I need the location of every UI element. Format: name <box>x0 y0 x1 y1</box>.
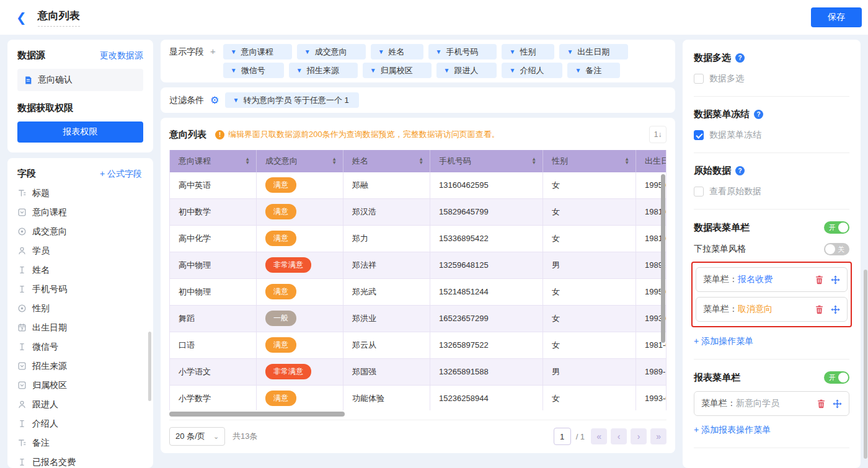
sort-carets-icon[interactable]: ▲▼ <box>245 157 250 165</box>
table-cell: 高中化学 <box>170 226 257 252</box>
trash-icon[interactable] <box>815 305 824 314</box>
chevron-down-icon: ▼ <box>575 67 581 74</box>
column-header[interactable]: 性别▲▼ <box>543 150 636 172</box>
total-count-label: 共13条 <box>232 431 257 442</box>
field-item[interactable]: 性别 <box>17 299 147 318</box>
gear-icon[interactable]: ⚙ <box>210 95 219 105</box>
intent-badge: 满意 <box>265 284 296 299</box>
field-item[interactable]: 成交意向 <box>17 222 147 241</box>
field-item[interactable]: 出生日期 <box>17 318 147 337</box>
menu-bar-item[interactable]: 菜单栏：报名收费 <box>696 267 848 292</box>
filter-condition-chip[interactable]: ▼ 转为意向学员 等于任意一个 1 <box>225 92 358 108</box>
field-item[interactable]: 微信号 <box>17 337 147 356</box>
table-vertical-scrollbar[interactable] <box>661 174 665 343</box>
table-row[interactable]: 高中物理非常满意郑法祥13259648125男1989-11 <box>170 252 666 279</box>
checkbox-unchecked[interactable] <box>694 74 704 84</box>
intent-badge: 一般 <box>265 311 296 326</box>
column-header[interactable]: 姓名▲▼ <box>343 150 430 172</box>
sort-carets-icon[interactable]: ▲▼ <box>624 157 629 165</box>
help-icon[interactable]: ? <box>735 53 745 63</box>
table-row[interactable]: 口语满意郑云从13265897522女1981-06 <box>170 332 666 359</box>
display-field-chip[interactable]: ▼招生来源 <box>289 63 358 78</box>
field-item[interactable]: 招生来源 <box>17 356 147 376</box>
field-item[interactable]: 已报名交费 <box>17 453 147 468</box>
table-row[interactable]: 小学数学满意功能体验15236258944女1993-08 <box>170 386 666 410</box>
current-page-input[interactable]: 1 <box>554 428 571 445</box>
table-cell: 女 <box>543 172 636 199</box>
column-header[interactable]: 手机号码▲▼ <box>430 150 543 172</box>
field-item[interactable]: 学员 <box>17 241 147 260</box>
field-item[interactable]: 跟进人 <box>17 395 147 414</box>
display-field-chip[interactable]: ▼跟进人 <box>436 63 497 78</box>
trash-icon[interactable] <box>817 399 826 408</box>
sort-order-icon[interactable]: 1↓ <box>649 126 666 143</box>
add-display-field-button[interactable]: + <box>210 46 216 78</box>
page-scrollbar[interactable] <box>864 270 867 459</box>
page-title[interactable]: 意向列表 <box>38 9 80 27</box>
table-menu-toggle-on[interactable]: 开 <box>824 221 849 234</box>
report-permission-button[interactable]: 报表权限 <box>17 121 143 143</box>
table-row[interactable]: 初中物理满意郑光武15214851244女1995-01 <box>170 279 666 306</box>
table-row[interactable]: 舞蹈一般郑洪业16523657299女1993-08 <box>170 306 666 332</box>
help-icon[interactable]: ? <box>735 166 745 175</box>
trash-icon[interactable] <box>815 275 824 285</box>
field-item[interactable]: 归属校区 <box>17 376 147 395</box>
display-field-chip[interactable]: ▼手机号码 <box>428 44 497 60</box>
sort-carets-icon[interactable]: ▲▼ <box>332 157 337 165</box>
last-page-button[interactable]: » <box>650 428 666 444</box>
sort-carets-icon[interactable]: ▲▼ <box>418 157 423 165</box>
add-formula-field-link[interactable]: + 公式字段 <box>100 169 142 180</box>
settings-panel: 数据多选 ? 数据多选 数据菜单冻结 ? 数据菜单冻结 原始数据 ? <box>683 40 861 468</box>
move-icon[interactable] <box>833 399 842 408</box>
field-item[interactable]: 介绍人 <box>17 414 147 433</box>
back-icon[interactable]: ❮ <box>16 11 27 24</box>
datasource-item[interactable]: 意向确认 <box>17 69 143 91</box>
horizontal-scrollbar-thumb[interactable] <box>169 412 345 417</box>
sort-carets-icon[interactable]: ▲▼ <box>531 157 536 165</box>
column-header[interactable]: 意向课程▲▼ <box>170 150 257 172</box>
raw-data-checkbox[interactable]: 查看原始数据 <box>694 186 849 197</box>
move-icon[interactable] <box>831 275 840 285</box>
column-header[interactable]: 出生日期▲▼ <box>636 150 666 172</box>
table-row[interactable]: 小学语文非常满意郑国强13265891588男1989-11 <box>170 359 666 386</box>
column-header[interactable]: 成交意向▲▼ <box>257 150 343 172</box>
display-field-chip[interactable]: ▼归属校区 <box>363 63 432 78</box>
multi-select-checkbox[interactable]: 数据多选 <box>694 73 849 84</box>
table-row[interactable]: 初中数学满意郑汉浩15829645799女1981-06 <box>170 199 666 226</box>
checkbox-checked[interactable] <box>694 130 704 140</box>
field-item[interactable]: 备注 <box>17 433 147 453</box>
checkbox-unchecked[interactable] <box>694 187 704 196</box>
table-cell: 15829645799 <box>430 199 543 226</box>
first-page-button[interactable]: « <box>591 428 607 444</box>
field-item[interactable]: 姓名 <box>17 260 147 280</box>
menu-bar-item[interactable]: 菜单栏：新意向学员 <box>694 391 849 416</box>
move-icon[interactable] <box>831 305 840 314</box>
display-field-chip[interactable]: ▼姓名 <box>371 44 423 60</box>
help-icon[interactable]: ? <box>754 110 763 119</box>
next-page-button[interactable]: › <box>631 428 647 444</box>
page-size-select[interactable]: 20 条/页 ⌄ <box>169 427 225 446</box>
dropdown-style-toggle-off[interactable]: 关 <box>824 243 849 255</box>
report-menu-toggle-on[interactable]: 开 <box>824 371 849 384</box>
fields-scrollbar[interactable] <box>148 332 151 401</box>
change-datasource-link[interactable]: 更改数据源 <box>100 50 143 61</box>
field-item[interactable]: 手机号码 <box>17 280 147 299</box>
display-field-chip[interactable]: ▼成交意向 <box>297 44 366 60</box>
field-item[interactable]: 标题 <box>17 183 147 203</box>
table-cell: 小学数学 <box>170 386 257 410</box>
field-item[interactable]: 意向课程 <box>17 203 147 222</box>
display-field-chip[interactable]: ▼微信号 <box>223 63 284 78</box>
display-field-chip[interactable]: ▼出生日期 <box>559 44 628 60</box>
menu-bar-item[interactable]: 菜单栏：取消意向 <box>696 297 848 322</box>
add-action-menu-link[interactable]: + 添加操作菜单 <box>694 336 753 347</box>
display-field-chip[interactable]: ▼性别 <box>502 44 554 60</box>
display-field-chip[interactable]: ▼意向课程 <box>223 44 292 60</box>
display-field-chip[interactable]: ▼备注 <box>567 63 620 78</box>
save-button[interactable]: 保存 <box>811 7 862 27</box>
prev-page-button[interactable]: ‹ <box>611 428 627 444</box>
add-report-menu-link[interactable]: + 添加报表操作菜单 <box>694 425 771 436</box>
table-row[interactable]: 高中英语满意郑融13160462595女1995-01 <box>170 172 666 199</box>
table-row[interactable]: 高中化学满意郑力15336895422女1981-06 <box>170 226 666 252</box>
menu-freeze-checkbox[interactable]: 数据菜单冻结 <box>694 130 849 141</box>
display-field-chip[interactable]: ▼介绍人 <box>502 63 562 78</box>
